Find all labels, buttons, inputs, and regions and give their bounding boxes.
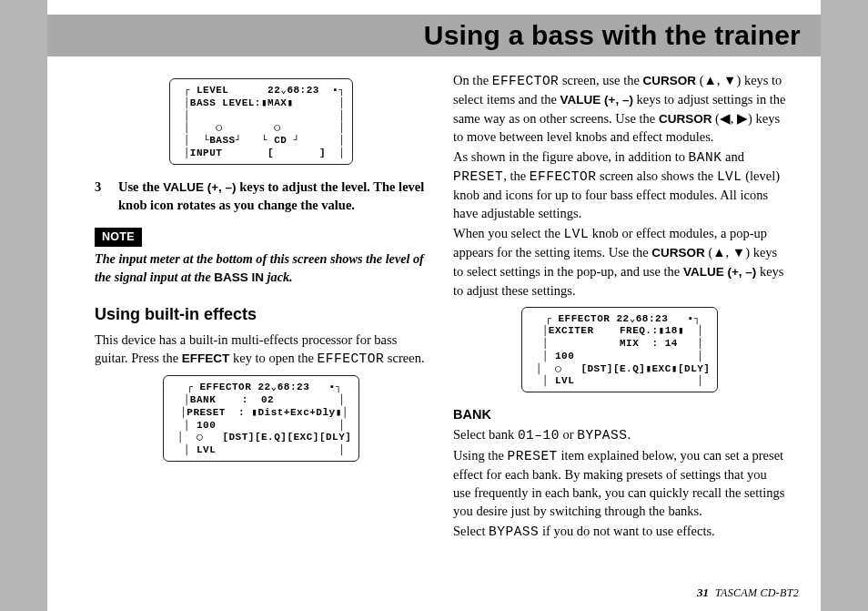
manual-page: Using a bass with the trainer ┌ LEVEL 22… [47, 0, 821, 611]
bank-range: 01–10 [518, 428, 560, 443]
note-text-b: jack. [264, 270, 293, 284]
p3-lvl: LVL [564, 227, 590, 241]
right-column: On the EFFECTOR screen, use the CURSOR (… [453, 71, 786, 543]
p2-c: , the [503, 168, 530, 183]
title-banner: Using a bass with the trainer [47, 15, 821, 56]
p1-a: On the [453, 73, 492, 87]
p1-b: screen, use the [559, 73, 642, 87]
p3-value: VALUE (+, –) [683, 265, 756, 279]
p3-a: When you select the [453, 226, 564, 240]
p1-value: VALUE (+, –) [560, 93, 633, 107]
p2-d: screen also shows the [596, 168, 716, 183]
lcd-screen-effector-2: ┌ EFFECTOR 22⌄68:23 ▪┐ │EXCITER FREQ.:▮1… [521, 307, 719, 393]
page-number: 31 [697, 586, 709, 599]
note-block: NOTE The input meter at the bottom of th… [95, 227, 428, 286]
effector-word: EFFECTOR [318, 351, 385, 366]
p2-preset: PRESET [453, 169, 503, 184]
effects-intro: This device has a built-in multi-effects… [95, 331, 428, 368]
content-columns: ┌ LEVEL 22⌄68:23 ▪┐ │BASS LEVEL:▮MAX▮ │ … [95, 71, 786, 543]
right-p1: On the EFFECTOR screen, use the CURSOR (… [453, 71, 786, 146]
right-p2: As shown in the figure above, in additio… [453, 148, 786, 222]
bank-line1: Select bank 01–10 or BYPASS. [453, 425, 786, 444]
step-number: 3 [95, 178, 106, 215]
bank-l2a: Using the [453, 448, 508, 463]
product-model: TASCAM CD-BT2 [715, 586, 799, 599]
p2-bank: BANK [689, 150, 722, 165]
lcd-screen-effector-1: ┌ EFFECTOR 22⌄68:23 ▪┐ │BANK : 02 │ │PRE… [163, 375, 360, 462]
effects-text-b: key to open the [229, 351, 317, 365]
p1-effector: EFFECTOR [492, 74, 560, 88]
bank-line2: Using the PRESET item explained below, y… [453, 446, 786, 520]
step-text-a: Use the [118, 179, 163, 194]
page-title: Using a bass with the trainer [424, 20, 801, 51]
note-tag: NOTE [95, 228, 142, 247]
bank-l1b: or [560, 427, 577, 442]
note-body: The input meter at the bottom of this sc… [95, 250, 428, 286]
p3-cursor: CURSOR [651, 246, 705, 260]
effect-key-label: EFFECT [182, 351, 230, 365]
section-heading-effects: Using built-in effects [95, 303, 428, 326]
bass-in-label: BASS IN [214, 270, 264, 284]
right-p3: When you select the LVL knob or effect m… [453, 224, 786, 299]
bank-bypass2: BYPASS [489, 524, 539, 539]
step-text: Use the VALUE (+, –) keys to adjust the … [118, 178, 428, 215]
p2-a: As shown in the figure above, in additio… [453, 149, 689, 164]
p1-cursor: CURSOR [643, 74, 697, 87]
bank-l1a: Select bank [453, 427, 518, 442]
bank-l1c: . [627, 427, 631, 442]
bank-heading: BANK [453, 405, 786, 423]
lcd-screen-level: ┌ LEVEL 22⌄68:23 ▪┐ │BASS LEVEL:▮MAX▮ │ … [169, 78, 354, 165]
lcd-figure-effector-1: ┌ EFFECTOR 22⌄68:23 ▪┐ │BANK : 02 │ │PRE… [95, 375, 428, 462]
p2-lvl: LVL [717, 169, 742, 184]
step-3: 3 Use the VALUE (+, –) keys to adjust th… [95, 178, 428, 215]
left-column: ┌ LEVEL 22⌄68:23 ▪┐ │BASS LEVEL:▮MAX▮ │ … [95, 71, 428, 543]
lcd-figure-effector-2: ┌ EFFECTOR 22⌄68:23 ▪┐ │EXCITER FREQ.:▮1… [453, 307, 786, 393]
effects-text-c: screen. [384, 351, 424, 365]
lcd-figure-level: ┌ LEVEL 22⌄68:23 ▪┐ │BASS LEVEL:▮MAX▮ │ … [95, 78, 428, 165]
p2-b: and [722, 149, 744, 164]
value-keys-label: VALUE (+, –) [163, 180, 236, 194]
bank-l3b: if you do not want to use effects. [539, 524, 714, 538]
p2-effector: EFFECTOR [530, 169, 597, 184]
bank-l3a: Select [453, 524, 489, 538]
page-footer: 31 TASCAM CD-BT2 [697, 586, 799, 600]
bank-preset: PRESET [508, 449, 558, 463]
bank-bypass: BYPASS [577, 428, 627, 443]
bank-line3: Select BYPASS if you do not want to use … [453, 522, 786, 541]
p1-cursor2: CURSOR [659, 112, 712, 126]
